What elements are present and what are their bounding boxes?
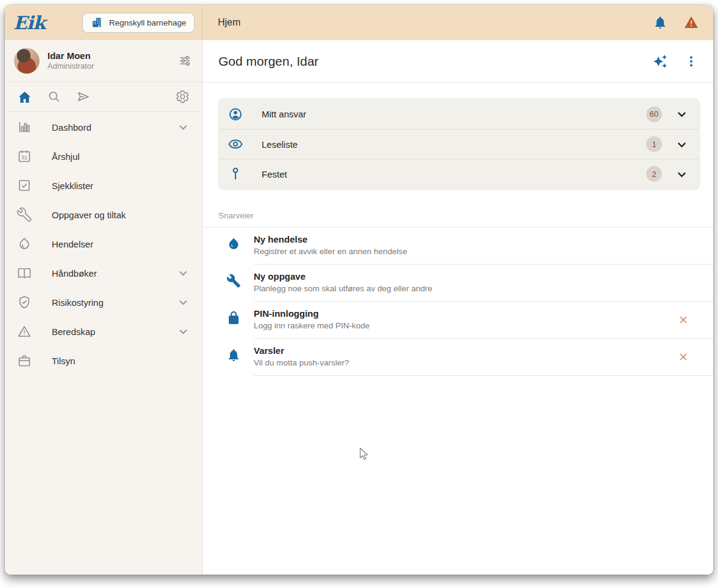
sidebar-item-beredskap[interactable]: Beredskap <box>5 317 202 346</box>
sidebar-item-oppgaver[interactable]: Oppgaver og tiltak <box>5 200 202 229</box>
shortcut-ny-hendelse[interactable]: Ny hendelse Registrer et avvik eller en … <box>203 227 713 265</box>
chevron-down-icon <box>176 325 190 338</box>
open-book-icon <box>17 266 32 280</box>
chevron-down-icon[interactable] <box>675 167 689 181</box>
accordion-leseliste[interactable]: Leseliste 1 <box>219 129 699 159</box>
chevron-down-icon <box>176 296 190 309</box>
accordion-label: Mitt ansvar <box>262 109 306 119</box>
sidebar-item-risikostyring[interactable]: Risikostyring <box>5 288 202 317</box>
checkbox-icon <box>17 178 32 193</box>
sparkles-ai-icon[interactable] <box>653 54 667 69</box>
chevron-down-icon <box>176 266 190 280</box>
accordion-label: Festet <box>262 169 287 179</box>
profile-section[interactable]: Idar Moen Administrator <box>5 40 202 82</box>
chevron-down-icon[interactable] <box>675 137 689 151</box>
profile-name: Idar Moen <box>47 50 94 62</box>
sidebar-item-label: Beredskap <box>52 327 96 337</box>
shortcuts-section-label: Snarveier <box>218 211 713 220</box>
pin-icon <box>228 167 243 181</box>
eye-icon <box>228 137 243 151</box>
shortcut-subtitle: Planlegg noe som skal utføres av deg ell… <box>254 283 705 294</box>
shortcut-subtitle: Vil du motta push-varsler? <box>254 358 675 368</box>
water-drop-icon <box>226 237 241 251</box>
sidebar-item-tilsyn[interactable]: Tilsyn <box>5 346 202 375</box>
profile-role: Administrator <box>47 61 94 71</box>
sidebar-item-sjekklister[interactable]: Sjekklister <box>5 171 202 200</box>
accordion-festet[interactable]: Festet 2 <box>219 159 699 189</box>
accordion-label: Leseliste <box>262 139 298 150</box>
shortcut-ny-oppgave[interactable]: Ny oppgave Planlegg noe som skal utføres… <box>203 265 713 302</box>
wrench-icon <box>226 274 241 288</box>
shortcut-pin-innlogging[interactable]: PIN-innlogging Logg inn raskere med PIN-… <box>203 302 713 339</box>
home-icon[interactable] <box>17 89 32 105</box>
shortcut-title: Ny hendelse <box>254 233 705 246</box>
briefcase-icon <box>17 353 32 368</box>
page-title: Hjem <box>218 17 240 28</box>
count-badge: 60 <box>646 106 662 122</box>
sidebar-item-hendelser[interactable]: Hendelser <box>5 229 202 258</box>
warning-triangle-icon[interactable] <box>684 15 699 30</box>
sidebar-item-arshjul[interactable]: 31 Årshjul <box>5 142 202 171</box>
sidebar: Idar Moen Administrator <box>5 40 203 575</box>
tune-sliders-icon[interactable] <box>178 54 192 68</box>
search-icon[interactable] <box>47 89 61 104</box>
kebab-menu-icon[interactable] <box>684 54 699 69</box>
building-icon <box>91 16 103 29</box>
sidebar-quick-actions <box>5 82 202 112</box>
warning-outline-icon <box>17 324 32 339</box>
shortcut-title: PIN-innlogging <box>254 308 675 320</box>
sidebar-item-label: Håndbøker <box>52 268 97 278</box>
gear-icon[interactable] <box>175 89 190 104</box>
eik-logo[interactable]: Eik <box>13 12 45 33</box>
sidebar-item-handboker[interactable]: Håndbøker <box>5 258 202 288</box>
notifications-bell-icon[interactable] <box>653 15 667 30</box>
shortcut-subtitle: Logg inn raskere med PIN-kode <box>254 320 675 331</box>
svg-text:31: 31 <box>21 154 27 161</box>
sidebar-item-label: Årshjul <box>52 151 80 162</box>
sidebar-item-label: Dashbord <box>52 122 91 133</box>
greeting-title: God morgen, Idar <box>218 54 319 69</box>
wrench-icon <box>17 207 32 222</box>
sidebar-item-label: Hendelser <box>52 239 93 249</box>
avatar[interactable] <box>14 48 40 74</box>
shortcut-varsler[interactable]: Varsler Vil du motta push-varsler? <box>203 339 713 376</box>
shortcut-title: Ny oppgave <box>254 271 705 283</box>
main-header: God morgen, Idar <box>203 40 713 83</box>
chevron-down-icon <box>176 120 190 134</box>
sidebar-item-label: Oppgaver og tiltak <box>52 210 126 220</box>
accordion-card: Mitt ansvar 60 Leseliste 1 <box>218 99 700 189</box>
app-window: Eik Regnskyll barnehage Hjem <box>5 5 713 575</box>
calendar-31-icon: 31 <box>17 149 32 164</box>
bar-chart-icon <box>17 120 32 134</box>
account-circle-icon <box>228 107 243 122</box>
topbar-left: Eik Regnskyll barnehage <box>5 5 203 40</box>
count-badge: 1 <box>646 136 662 152</box>
close-x-icon[interactable] <box>675 312 691 328</box>
shield-check-icon <box>17 295 32 310</box>
topbar-main: Hjem <box>203 5 713 40</box>
send-icon[interactable] <box>76 89 91 104</box>
organization-button-label: Regnskyll barnehage <box>109 18 186 27</box>
bell-icon <box>226 348 241 362</box>
lock-icon <box>226 311 241 325</box>
sidebar-nav: Dashbord 31 Årshjul Sjekklister <box>5 112 202 375</box>
accordion-mitt-ansvar[interactable]: Mitt ansvar 60 <box>219 99 699 129</box>
sidebar-item-dashbord[interactable]: Dashbord <box>5 112 202 142</box>
count-badge: 2 <box>646 166 662 182</box>
chevron-down-icon[interactable] <box>675 107 689 121</box>
shortcut-title: Varsler <box>254 345 675 357</box>
topbar: Eik Regnskyll barnehage Hjem <box>5 5 713 40</box>
main-content: God morgen, Idar Mitt ansvar <box>203 40 713 575</box>
shortcut-subtitle: Registrer et avvik eller en annen hendel… <box>254 246 705 257</box>
sidebar-item-label: Tilsyn <box>52 356 75 366</box>
close-x-icon[interactable] <box>675 349 691 365</box>
sidebar-item-label: Risikostyring <box>52 297 103 308</box>
organization-button[interactable]: Regnskyll barnehage <box>82 13 195 33</box>
water-drop-icon <box>17 237 32 251</box>
sidebar-item-label: Sjekklister <box>52 181 93 191</box>
